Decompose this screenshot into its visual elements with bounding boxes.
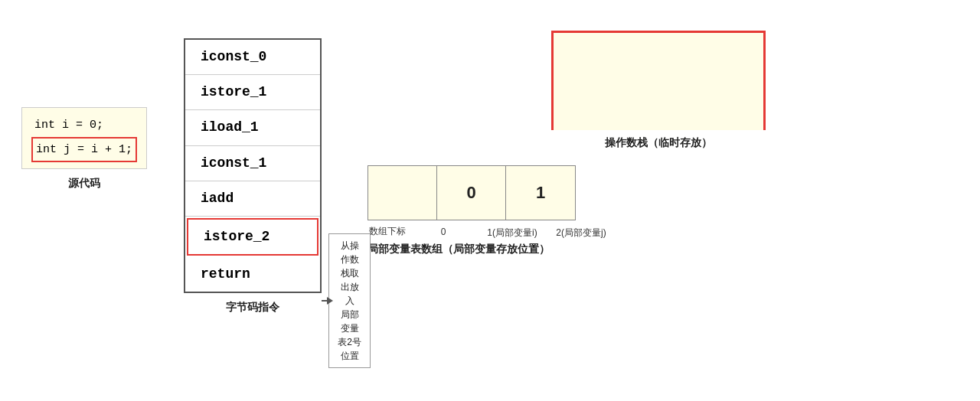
index-1: 1(局部变量i) (478, 227, 547, 240)
code-block: int i = 0; int j = i + 1; (21, 107, 147, 169)
local-var-cell-0 (368, 166, 437, 220)
index-0: 0 (409, 227, 478, 240)
stack-box (551, 31, 766, 130)
bytecode-label: 字节码指令 (226, 301, 279, 315)
local-var-section: 0 1 数组下标 0 1(局部变量i) 2(局部变量j) 局部变量表数组（局部变… (368, 165, 965, 256)
index-row: 数组下标 0 1(局部变量i) 2(局部变量j) (368, 223, 616, 240)
operand-stack-section: 操作数栈（临时存放） (352, 31, 965, 150)
bytecode-iconst0: iconst_0 (185, 40, 320, 75)
local-var-label: 局部变量表数组（局部变量存放位置） (368, 243, 550, 256)
local-var-cell-1: 0 (437, 166, 506, 220)
source-code-section: int i = 0; int j = i + 1; 源代码 (15, 107, 153, 191)
bytecode-iadd: iadd (185, 181, 320, 217)
code-line-1: int i = 0; (31, 114, 137, 137)
local-var-table: 0 1 (368, 165, 576, 220)
bytecode-iconst1: iconst_1 (185, 146, 320, 181)
annotation-box: 从操作数栈取出放入局部变量表2号位置 (328, 233, 371, 368)
bytecode-istore2: istore_2 (187, 218, 318, 256)
index-2: 2(局部变量j) (547, 227, 616, 240)
right-section: 操作数栈（临时存放） 0 1 数组下标 0 1(局部变量i) 2(局部变量j) … (352, 31, 965, 256)
stack-label: 操作数栈（临时存放） (605, 136, 712, 150)
bytecode-section: iconst_0 istore_1 iload_1 iconst_1 iadd … (176, 38, 329, 315)
bytecode-box: iconst_0 istore_1 iload_1 iconst_1 iadd … (184, 38, 322, 293)
source-code-label: 源代码 (68, 177, 100, 191)
main-container: int i = 0; int j = i + 1; 源代码 iconst_0 i… (0, 0, 980, 401)
bytecode-iload1: iload_1 (185, 110, 320, 145)
bytecode-return: return (185, 257, 320, 292)
annotation-arrow (322, 300, 328, 302)
annotation-container: 从操作数栈取出放入局部变量表2号位置 (322, 233, 371, 368)
code-line-2: int j = i + 1; (31, 137, 137, 163)
table-indices: 0 1(局部变量i) 2(局部变量j) (409, 227, 616, 240)
bytecode-istore1: istore_1 (185, 75, 320, 110)
index-prefix: 数组下标 (368, 225, 406, 238)
local-var-cell-2: 1 (506, 166, 575, 220)
